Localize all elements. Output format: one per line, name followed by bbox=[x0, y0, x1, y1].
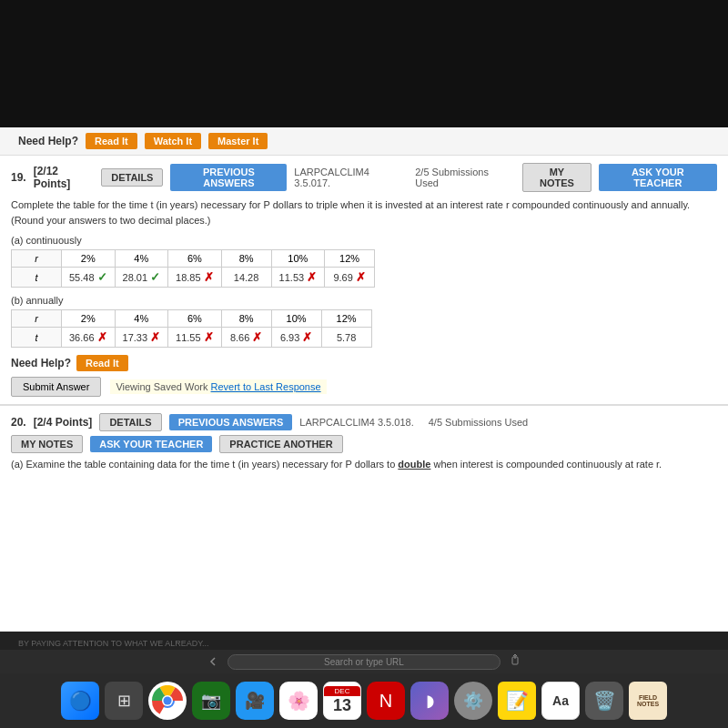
q19a-r-2: 2% bbox=[62, 250, 116, 268]
q19b-r-label: r bbox=[12, 310, 62, 328]
q19a-t-4: 28.01 ✓ bbox=[115, 268, 168, 288]
q20-practice-btn[interactable]: PRACTICE ANOTHER bbox=[219, 435, 342, 453]
q19-revert-link[interactable]: Revert to Last Response bbox=[211, 381, 321, 392]
browser-search-bar: Search or type URL bbox=[0, 650, 728, 673]
q20-details-btn[interactable]: DETAILS bbox=[99, 413, 161, 431]
q19-points: [2/12 Points] bbox=[34, 165, 95, 190]
read-it-btn-top[interactable]: Read It bbox=[86, 133, 137, 149]
need-help-bar-top: Need Help? Read It Watch It Master It bbox=[0, 127, 728, 156]
dock-field-notes[interactable]: FIELD NOTES bbox=[629, 682, 667, 720]
q20-buttons-row: MY NOTES ASK YOUR TEACHER PRACTICE ANOTH… bbox=[11, 435, 717, 453]
q19-viewing-text: Viewing Saved Work Revert to Last Respon… bbox=[110, 379, 326, 394]
q19a-t-10: 11.53 ✗ bbox=[271, 268, 325, 288]
q20-ask-teacher-btn[interactable]: ASK YOUR TEACHER bbox=[90, 436, 212, 452]
q19-part-a-label: (a) continuously bbox=[11, 235, 717, 246]
q19b-t-8: 8.66 ✗ bbox=[221, 328, 271, 348]
question-20-section: 20. [2/4 Points] DETAILS PREVIOUS ANSWER… bbox=[0, 406, 728, 482]
q19-table-a: r 2% 4% 6% 8% 10% 12% t 55.48 ✓ 28.01 ✓ … bbox=[11, 249, 375, 288]
need-help-label-top: Need Help? bbox=[18, 135, 78, 147]
left-arrow-icon bbox=[206, 654, 220, 669]
master-it-btn-top[interactable]: Master It bbox=[208, 133, 268, 149]
q19a-r-6: 6% bbox=[168, 250, 222, 268]
q19-ask-teacher-btn[interactable]: ASK YOUR TEACHER bbox=[599, 164, 717, 191]
q19a-t-12: 9.69 ✗ bbox=[325, 268, 375, 288]
q19-submit-btn[interactable]: Submit Answer bbox=[11, 377, 101, 397]
dock-news[interactable]: N bbox=[367, 682, 405, 720]
q20-number: 20. bbox=[11, 416, 26, 429]
q19b-r-4: 4% bbox=[115, 310, 168, 328]
q19b-r-8: 8% bbox=[221, 310, 271, 328]
q19-need-help-small: Need Help? Read It bbox=[11, 355, 717, 371]
q19-need-help-label: Need Help? bbox=[11, 357, 71, 369]
q19a-r-label: r bbox=[12, 250, 62, 268]
q19b-r-6: 6% bbox=[168, 310, 222, 328]
q20-submissions: 4/5 Submissions Used bbox=[429, 417, 528, 428]
q19a-t-6: 18.85 ✗ bbox=[168, 268, 222, 288]
dock-facetime[interactable]: 📷 bbox=[192, 682, 230, 720]
question-19-section: 19. [2/12 Points] DETAILS PREVIOUS ANSWE… bbox=[0, 156, 728, 406]
share-icon bbox=[508, 654, 522, 669]
q19-my-notes-btn[interactable]: MY NOTES bbox=[522, 163, 591, 192]
q20-header: 20. [2/4 Points] DETAILS PREVIOUS ANSWER… bbox=[11, 413, 717, 431]
q19-submissions: 2/5 Submissions Used bbox=[415, 167, 508, 188]
dock-calendar-date: 13 bbox=[333, 696, 351, 716]
q19a-r-4: 4% bbox=[115, 250, 168, 268]
dock-finder[interactable]: 🔵 bbox=[61, 682, 99, 720]
advert-text: BY PAYING ATTENTION TO WHAT WE ALREADY..… bbox=[18, 639, 209, 648]
dock-notes[interactable]: 📝 bbox=[498, 682, 536, 720]
top-black-area bbox=[0, 0, 728, 127]
q20-id: LARPCALCLIM4 3.5.018. bbox=[299, 417, 413, 428]
q19b-t-6: 11.55 ✗ bbox=[168, 328, 222, 348]
q19b-t-2: 36.66 ✗ bbox=[62, 328, 116, 348]
q19-id: LARPCALCLIM4 3.5.017. bbox=[294, 167, 400, 188]
q20-prev-answers-btn[interactable]: PREVIOUS ANSWERS bbox=[169, 414, 293, 430]
dock: 🔵 ⊞ 📷 🎥 🌸 DEC 13 N ◗ ⚙️ 📝 Aa 🗑️ bbox=[0, 673, 728, 728]
q19b-r-10: 10% bbox=[271, 310, 321, 328]
q19b-r-12: 12% bbox=[321, 310, 371, 328]
q19-question-text: Complete the table for the time t (in ye… bbox=[11, 197, 693, 228]
dock-zoom[interactable]: 🎥 bbox=[236, 682, 274, 720]
dock-font-book[interactable]: Aa bbox=[541, 682, 580, 720]
dock-calendar[interactable]: DEC 13 bbox=[323, 682, 361, 720]
advert-banner: BY PAYING ATTENTION TO WHAT WE ALREADY..… bbox=[0, 632, 728, 650]
q19a-t-label: t bbox=[12, 268, 62, 288]
q19-submit-row: Submit Answer Viewing Saved Work Revert … bbox=[11, 377, 717, 397]
q19-table-b: r 2% 4% 6% 8% 10% 12% t 36.66 ✗ 17.33 ✗ … bbox=[11, 309, 372, 348]
watch-it-btn-top[interactable]: Watch It bbox=[145, 133, 201, 149]
dock-trash[interactable]: 🗑️ bbox=[585, 682, 623, 720]
q19b-r-2: 2% bbox=[62, 310, 116, 328]
q19-read-it-btn[interactable]: Read It bbox=[76, 355, 128, 371]
dock-system-prefs[interactable]: ⚙️ bbox=[454, 682, 492, 720]
q19b-t-10: 6.93 ✗ bbox=[271, 328, 321, 348]
q20-points: [2/4 Points] bbox=[34, 416, 93, 429]
search-placeholder: Search or type URL bbox=[324, 657, 404, 667]
q19a-t-8: 14.28 bbox=[221, 268, 271, 288]
q19-part-b-label: (b) annually bbox=[11, 295, 717, 306]
q19a-r-10: 10% bbox=[271, 250, 325, 268]
dock-arc[interactable]: ◗ bbox=[410, 682, 449, 720]
screen-content: Need Help? Read It Watch It Master It 19… bbox=[0, 127, 728, 673]
q19-number: 19. bbox=[11, 171, 26, 184]
q19a-r-12: 12% bbox=[325, 250, 375, 268]
q19b-t-4: 17.33 ✗ bbox=[115, 328, 168, 348]
q19-header: 19. [2/12 Points] DETAILS PREVIOUS ANSWE… bbox=[11, 163, 717, 192]
url-input[interactable]: Search or type URL bbox=[228, 654, 500, 670]
q19-prev-answers-btn[interactable]: PREVIOUS ANSWERS bbox=[170, 164, 287, 191]
q19b-t-12: 5.78 bbox=[321, 328, 371, 348]
svg-point-4 bbox=[164, 697, 172, 705]
dock-launchpad[interactable]: ⊞ bbox=[105, 682, 143, 720]
dock-chrome[interactable] bbox=[148, 682, 187, 720]
q19b-t-label: t bbox=[12, 328, 62, 348]
q19a-r-8: 8% bbox=[221, 250, 271, 268]
q20-question-text: (a) Examine the table containing data fo… bbox=[11, 459, 717, 470]
q19-details-btn[interactable]: DETAILS bbox=[101, 168, 163, 187]
q20-my-notes-btn[interactable]: MY NOTES bbox=[11, 435, 83, 453]
dock-photos[interactable]: 🌸 bbox=[279, 682, 318, 720]
q19a-t-2: 55.48 ✓ bbox=[62, 268, 116, 288]
